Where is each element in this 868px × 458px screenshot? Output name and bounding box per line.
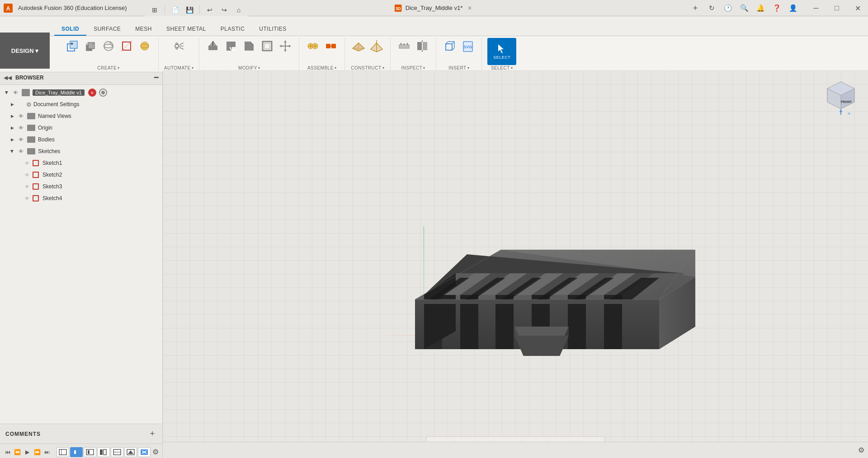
axis-icon[interactable] xyxy=(368,38,385,54)
sketches-eye[interactable]: 👁 xyxy=(17,148,24,155)
search-icon[interactable]: 🔍 xyxy=(737,1,751,15)
maximize-btn[interactable]: □ xyxy=(826,0,847,16)
canvas-area[interactable]: FRONT N ▾ xyxy=(163,70,868,458)
revolve-icon[interactable] xyxy=(100,38,117,54)
skip-back-btn[interactable]: ⏮ xyxy=(4,447,12,458)
tree-bodies[interactable]: ▶ 👁 Bodies xyxy=(0,134,162,145)
browser-menu-btn[interactable]: ━ xyxy=(154,73,159,82)
inspect-label[interactable]: INSPECT ▾ xyxy=(401,65,425,70)
tree-root-item[interactable]: ▶ 👁 Dice_Tray_Middle v1 B xyxy=(0,87,162,98)
root-record-icon[interactable] xyxy=(99,89,107,97)
sketch3-eye[interactable]: 👁 xyxy=(24,183,31,190)
fillet-icon[interactable] xyxy=(223,38,239,54)
tab-surface[interactable]: SURFACE xyxy=(86,23,128,36)
tree-sketch2[interactable]: 👁 Sketch2 xyxy=(0,169,162,181)
tl-icon-1[interactable] xyxy=(57,447,69,457)
bodies-eye[interactable]: 👁 xyxy=(17,136,24,143)
tree-origin[interactable]: ▶ 👁 Origin xyxy=(0,122,162,134)
press-pull-icon[interactable] xyxy=(205,38,221,54)
tree-sketches[interactable]: ▶ 👁 Sketches xyxy=(0,145,162,157)
new-tab-icon[interactable]: + xyxy=(688,1,703,15)
origin-eye[interactable]: 👁 xyxy=(17,124,24,131)
named-views-arrow[interactable]: ▶ xyxy=(9,113,15,119)
insert-mesh-icon[interactable] xyxy=(442,38,458,54)
as-built-joint-icon[interactable] xyxy=(323,38,339,54)
new-component-icon[interactable] xyxy=(64,38,80,54)
modify-label[interactable]: MODIFY ▾ xyxy=(238,65,260,70)
new-file-btn[interactable]: 📄 xyxy=(169,4,181,16)
sphere-icon[interactable] xyxy=(137,38,153,54)
doc-settings-arrow[interactable]: ▶ xyxy=(9,101,15,107)
tree-sketch3[interactable]: 👁 Sketch3 xyxy=(0,181,162,192)
tl-icon-5[interactable] xyxy=(111,447,123,457)
shell-icon[interactable] xyxy=(259,38,275,54)
named-views-eye[interactable]: 👁 xyxy=(17,112,24,120)
home-btn[interactable]: ⌂ xyxy=(232,4,245,16)
construct-label[interactable]: CONSTRUCT ▾ xyxy=(351,65,384,70)
tl-icon-6[interactable] xyxy=(124,447,137,457)
tl-icon-7[interactable] xyxy=(138,447,151,457)
chamfer-icon[interactable] xyxy=(241,38,257,54)
root-eye-icon[interactable]: 👁 xyxy=(12,89,19,96)
comments-panel[interactable]: COMMENTS + xyxy=(0,424,162,444)
tree-doc-settings[interactable]: ▶ ⚙ Document Settings xyxy=(0,98,162,110)
root-collapse-arrow[interactable]: ▶ xyxy=(4,89,10,96)
tl-icon-4[interactable] xyxy=(97,447,110,457)
bodies-arrow[interactable]: ▶ xyxy=(9,136,15,143)
tab-sheet-metal[interactable]: SHEET METAL xyxy=(159,23,213,36)
measure-icon[interactable] xyxy=(396,38,412,54)
sync-icon[interactable]: ↻ xyxy=(704,1,719,15)
section-icon[interactable] xyxy=(414,38,430,54)
step-back-btn[interactable]: ⏪ xyxy=(14,447,22,458)
tab-mesh[interactable]: MESH xyxy=(128,23,159,36)
tab-solid[interactable]: SOLID xyxy=(54,23,86,36)
sketch2-eye[interactable]: 👁 xyxy=(24,171,31,178)
root-badge[interactable]: B xyxy=(88,89,96,97)
insert-label[interactable]: INSERT ▾ xyxy=(448,65,469,70)
browser-collapse-btn[interactable]: ◀◀ xyxy=(4,75,12,81)
help-icon[interactable]: ❓ xyxy=(769,1,784,15)
playback-settings-btn[interactable]: ⚙ xyxy=(152,448,159,456)
view-cube[interactable]: FRONT N xyxy=(823,79,859,116)
tl-icon-3[interactable] xyxy=(84,447,96,457)
apps-btn[interactable]: ⊞ xyxy=(148,4,161,16)
history-icon[interactable]: 🕐 xyxy=(721,1,735,15)
automate-label[interactable]: AUTOMATE ▾ xyxy=(164,65,193,70)
tab-utilities[interactable]: UTILITIES xyxy=(252,23,294,36)
insert-svg-icon[interactable]: SVG xyxy=(460,38,476,54)
close-btn[interactable]: ✕ xyxy=(847,0,868,16)
joint-icon[interactable] xyxy=(305,38,321,54)
step-forward-btn[interactable]: ⏩ xyxy=(33,447,41,458)
notifications-icon[interactable]: 🔔 xyxy=(753,1,768,15)
plane-icon[interactable] xyxy=(350,38,367,54)
tab-plastic[interactable]: PLASTIC xyxy=(213,23,252,36)
origin-arrow[interactable]: ▶ xyxy=(9,125,15,131)
sketch4-eye[interactable]: 👁 xyxy=(24,195,31,202)
undo-btn[interactable]: ↩ xyxy=(203,4,216,16)
settings-gear-btn[interactable]: ⚙ xyxy=(858,446,864,454)
sketch-icon-btn[interactable] xyxy=(118,38,135,54)
redo-btn[interactable]: ↪ xyxy=(218,4,231,16)
extrude-icon[interactable] xyxy=(82,38,99,54)
tl-icon-2[interactable] xyxy=(70,447,83,457)
sketch1-eye[interactable]: 👁 xyxy=(24,159,31,167)
select-btn[interactable]: SELECT xyxy=(487,38,516,65)
comments-add-btn[interactable]: + xyxy=(148,430,157,439)
tab-close-btn[interactable]: ✕ xyxy=(466,5,473,12)
tree-sketch1[interactable]: 👁 Sketch1 xyxy=(0,157,162,169)
play-btn[interactable]: ▶ xyxy=(24,447,32,458)
automate-icon[interactable] xyxy=(171,38,187,54)
minimize-btn[interactable]: ─ xyxy=(806,0,826,16)
save-btn[interactable]: 💾 xyxy=(183,4,196,16)
doc-settings-eye[interactable] xyxy=(17,101,24,108)
select-label[interactable]: SELECT ▾ xyxy=(491,65,513,70)
sketches-arrow[interactable]: ▶ xyxy=(9,148,15,154)
design-button[interactable]: DESIGN ▾ xyxy=(0,33,50,69)
create-label[interactable]: CREATE ▾ xyxy=(97,65,119,70)
tree-named-views[interactable]: ▶ 👁 Named Views xyxy=(0,110,162,122)
tree-sketch4[interactable]: 👁 Sketch4 xyxy=(0,192,162,204)
move-copy-icon[interactable] xyxy=(277,38,293,54)
assemble-label[interactable]: ASSEMBLE ▾ xyxy=(307,65,336,70)
skip-forward-btn[interactable]: ⏭ xyxy=(43,447,51,458)
user-icon[interactable]: 👤 xyxy=(786,1,800,15)
